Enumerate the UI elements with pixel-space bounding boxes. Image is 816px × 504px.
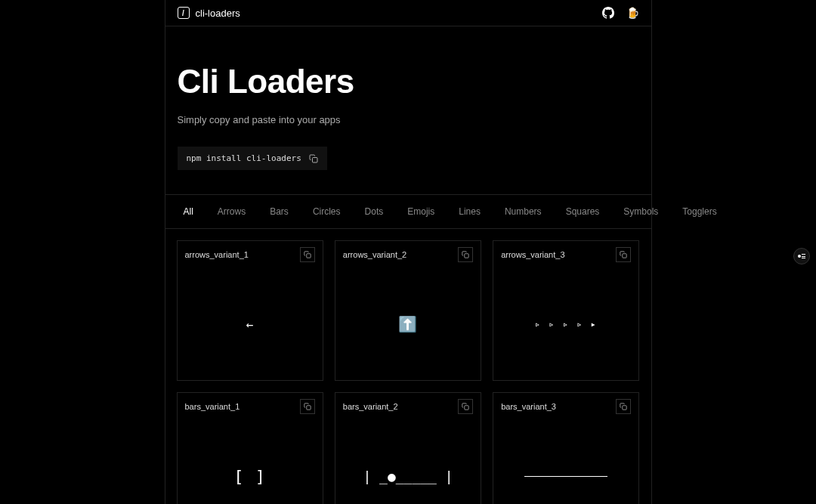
svg-rect-2	[465, 254, 468, 258]
category-tabs: All Arrows Bars Circles Dots Emojis Line…	[165, 194, 651, 229]
card-title: arrows_variant_1	[185, 250, 249, 259]
install-command[interactable]: npm install cli-loaders	[178, 147, 327, 170]
tab-all[interactable]: All	[172, 195, 206, 228]
tab-symbols[interactable]: Symbols	[611, 195, 670, 228]
copy-icon[interactable]	[309, 154, 318, 163]
loader-card: bars_variant_3	[493, 392, 639, 504]
logo-icon: /	[178, 7, 190, 19]
loader-card: arrows_variant_2 ⬆️	[335, 240, 481, 381]
tab-dots[interactable]: Dots	[353, 195, 396, 228]
copy-icon	[462, 403, 469, 410]
svg-rect-6	[623, 406, 626, 410]
loader-card: bars_variant_2 | _●_____ |	[335, 392, 481, 504]
loader-grid: arrows_variant_1 ← arrows_variant_2 ⬆️ a…	[165, 229, 651, 504]
page-subtitle: Simply copy and paste into your apps	[178, 114, 639, 125]
card-title: bars_variant_3	[501, 402, 556, 411]
loader-card: bars_variant_1 [ ]	[177, 392, 323, 504]
tab-arrows[interactable]: Arrows	[206, 195, 258, 228]
copy-icon	[304, 403, 311, 410]
copy-button[interactable]	[300, 399, 315, 414]
card-title: arrows_variant_2	[343, 250, 406, 259]
loader-card: arrows_variant_3 ▹ ▹ ▹ ▹ ▸	[493, 240, 639, 381]
svg-rect-4	[307, 406, 311, 410]
github-icon[interactable]	[602, 7, 614, 19]
loader-preview: | _●_____ |	[335, 420, 481, 504]
loader-card: arrows_variant_1 ←	[177, 240, 323, 381]
settings-icon	[798, 254, 805, 258]
tab-togglers[interactable]: Togglers	[670, 195, 728, 228]
tab-emojis[interactable]: Emojis	[395, 195, 447, 228]
tab-squares[interactable]: Squares	[554, 195, 612, 228]
header-actions: 🍺	[602, 7, 639, 19]
loader-preview: ▹ ▹ ▹ ▹ ▸	[493, 268, 638, 380]
copy-icon	[462, 251, 469, 258]
card-title: bars_variant_2	[343, 402, 398, 411]
hero-section: Cli Loaders Simply copy and paste into y…	[165, 26, 651, 194]
loader-preview	[493, 420, 638, 504]
tab-circles[interactable]: Circles	[301, 195, 353, 228]
install-command-text: npm install cli-loaders	[187, 153, 301, 163]
copy-icon	[304, 251, 311, 258]
copy-button[interactable]	[458, 399, 473, 414]
card-title: bars_variant_1	[185, 402, 240, 411]
tab-lines[interactable]: Lines	[447, 195, 493, 228]
svg-rect-5	[465, 406, 468, 410]
loader-preview: [ ]	[178, 420, 323, 504]
settings-fab[interactable]	[793, 248, 810, 264]
copy-button[interactable]	[616, 247, 631, 262]
copy-button[interactable]	[616, 399, 631, 414]
copy-button[interactable]	[458, 247, 473, 262]
copy-icon	[620, 251, 627, 258]
tab-numbers[interactable]: Numbers	[493, 195, 554, 228]
donate-icon[interactable]: 🍺	[626, 7, 639, 19]
copy-button[interactable]	[300, 247, 315, 262]
loader-preview: ←	[178, 268, 323, 380]
page-title: Cli Loaders	[178, 63, 639, 100]
card-title: arrows_variant_3	[501, 250, 564, 259]
brand-name: cli-loaders	[196, 8, 240, 19]
svg-rect-1	[307, 254, 311, 258]
svg-rect-3	[623, 254, 626, 258]
copy-icon	[620, 403, 627, 410]
svg-rect-0	[312, 157, 317, 162]
header-brand-area[interactable]: / cli-loaders	[178, 7, 240, 19]
loader-preview: ⬆️	[335, 268, 481, 380]
header: / cli-loaders 🍺	[165, 0, 651, 26]
tab-bars[interactable]: Bars	[258, 195, 301, 228]
